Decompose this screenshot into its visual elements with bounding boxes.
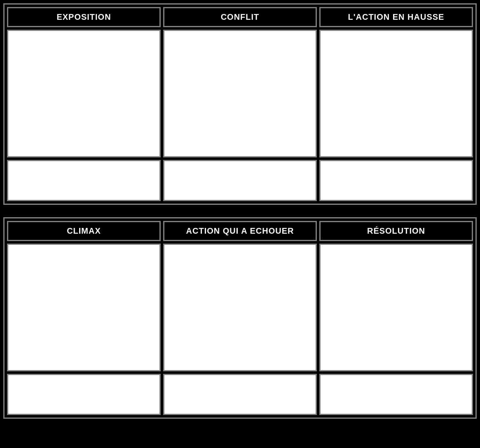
title-resolution: RÉSOLUTION [325, 226, 468, 236]
section-top: EXPOSITION CONFLIT L'ACTION EN HAUSSE [3, 3, 477, 205]
column-conflit: CONFLIT [163, 7, 317, 201]
header-action-echouer: ACTION QUI A ECHOUER [163, 221, 317, 241]
title-exposition: EXPOSITION [12, 12, 155, 22]
bottom-cell-resolution[interactable] [319, 374, 473, 415]
main-cell-action-echouer[interactable] [163, 244, 317, 371]
header-resolution: RÉSOLUTION [319, 221, 473, 241]
main-cell-resolution[interactable] [319, 244, 473, 371]
main-cell-climax[interactable] [7, 244, 161, 371]
column-exposition: EXPOSITION [7, 7, 161, 201]
bottom-cell-action-echouer[interactable] [163, 374, 317, 415]
title-conflit: CONFLIT [169, 12, 311, 22]
bottom-cell-exposition[interactable] [7, 160, 161, 201]
title-action-en-hausse: L'ACTION EN HAUSSE [325, 12, 468, 22]
column-action-echouer: ACTION QUI A ECHOUER [163, 221, 317, 415]
header-action-en-hausse: L'ACTION EN HAUSSE [319, 7, 473, 27]
header-conflit: CONFLIT [163, 7, 317, 27]
section-bottom: CLIMAX ACTION QUI A ECHOUER RÉSOLUTION [3, 217, 477, 419]
main-cell-action-en-hausse[interactable] [319, 30, 473, 157]
column-resolution: RÉSOLUTION [319, 221, 473, 415]
title-action-echouer: ACTION QUI A ECHOUER [169, 226, 311, 236]
bottom-columns-grid: CLIMAX ACTION QUI A ECHOUER RÉSOLUTION [7, 221, 473, 415]
story-grid: EXPOSITION CONFLIT L'ACTION EN HAUSSE [3, 3, 477, 419]
main-cell-exposition[interactable] [7, 30, 161, 157]
column-action-en-hausse: L'ACTION EN HAUSSE [319, 7, 473, 201]
main-cell-conflit[interactable] [163, 30, 317, 157]
bottom-cell-action-en-hausse[interactable] [319, 160, 473, 201]
bottom-cell-climax[interactable] [7, 374, 161, 415]
header-climax: CLIMAX [7, 221, 161, 241]
header-exposition: EXPOSITION [7, 7, 161, 27]
column-climax: CLIMAX [7, 221, 161, 415]
top-columns-grid: EXPOSITION CONFLIT L'ACTION EN HAUSSE [7, 7, 473, 201]
title-climax: CLIMAX [12, 226, 155, 236]
bottom-cell-conflit[interactable] [163, 160, 317, 201]
